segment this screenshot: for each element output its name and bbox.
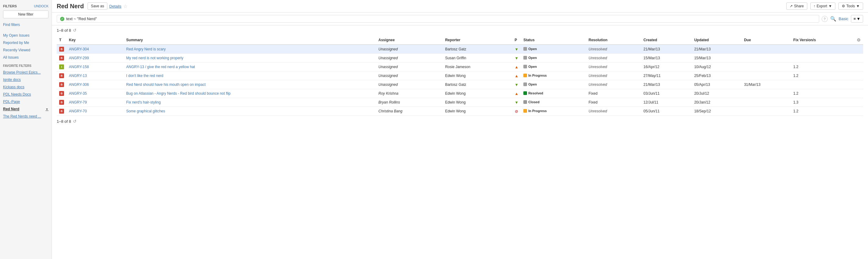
col-header-assignee[interactable]: Assignee — [376, 36, 443, 45]
summary-cell[interactable]: I don't like the red nerd — [124, 71, 376, 80]
col-header-updated[interactable]: Updated — [692, 36, 741, 45]
undock-link[interactable]: Undock — [34, 4, 49, 8]
col-header-resolution[interactable]: Resolution — [586, 36, 641, 45]
menu-icon: ≡ — [854, 17, 856, 21]
issue-key-link[interactable]: ANGRY-306 — [69, 83, 89, 87]
table-row[interactable]: B ANGRY-299 My red nerd is not working p… — [57, 54, 863, 63]
menu-caret-icon: ▼ — [857, 17, 860, 21]
col-header-reporter[interactable]: Reporter — [442, 36, 512, 45]
summary-cell[interactable]: Some graphical glitches — [124, 107, 376, 116]
issue-key-link[interactable]: ANGRY-70 — [69, 109, 87, 113]
status-cell: Open — [521, 63, 586, 71]
key-cell[interactable]: ANGRY-70 — [66, 107, 124, 116]
reporter-cell: Edwin Wong — [442, 71, 512, 80]
search-filter-text: text ~ "Red Nerd" — [66, 17, 97, 21]
issue-key-link[interactable]: ANGRY-158 — [69, 65, 89, 69]
key-cell[interactable]: ANGRY-158 — [66, 63, 124, 71]
sidebar-item-my-open-issues[interactable]: My Open Issues — [0, 32, 52, 39]
col-header-summary[interactable]: Summary — [124, 36, 376, 45]
assignee-cell: Unassigned — [376, 54, 443, 63]
col-header-status[interactable]: Status — [521, 36, 586, 45]
new-filter-button[interactable]: New filter — [3, 10, 49, 18]
basic-mode-button[interactable]: Basic — [839, 17, 848, 21]
issue-key-link[interactable]: ANGRY-13 — [69, 74, 87, 78]
sidebar-fav-pdl-needs-docs[interactable]: PDL Needs Docs — [0, 91, 52, 98]
search-filter-tag[interactable]: ✓ text ~ "Red Nerd" — [57, 15, 819, 23]
save-as-button[interactable]: Save as — [88, 2, 107, 10]
resolution-cell-wrap: Unresolved — [586, 80, 641, 89]
results-count-bottom: 1–8 of 8 ↺ — [57, 119, 863, 124]
col-header-settings[interactable]: ⚙ — [854, 36, 863, 45]
star-icon[interactable]: ☆ — [123, 3, 127, 9]
issue-summary-link[interactable]: I don't like the red nerd — [126, 74, 163, 78]
col-header-priority[interactable]: P — [512, 36, 521, 45]
key-cell[interactable]: ANGRY-299 — [66, 54, 124, 63]
sidebar-item-reported-by-me[interactable]: Reported by Me — [0, 39, 52, 47]
search-menu-button[interactable]: ≡ ▼ — [851, 15, 863, 23]
col-header-key[interactable]: Key — [66, 36, 124, 45]
issue-key-link[interactable]: ANGRY-79 — [69, 100, 87, 105]
details-link[interactable]: Details — [109, 4, 121, 8]
sidebar-fav-kickass-docs[interactable]: Kickass docs — [0, 83, 52, 91]
col-header-due[interactable]: Due — [741, 36, 791, 45]
key-cell[interactable]: ANGRY-306 — [66, 80, 124, 89]
status-label: In Progress — [528, 74, 547, 77]
created-cell: 16/Apr/12 — [641, 63, 692, 71]
summary-cell[interactable]: Red Nerd should have his mouth open on i… — [124, 80, 376, 89]
tools-gear-icon: ⚙ — [842, 4, 845, 8]
resolution-cell-wrap: Unresolved — [586, 63, 641, 71]
sidebar-fav-red-nerds-need[interactable]: The Red Nerds need ... — [0, 113, 52, 120]
sidebar-fav-pdl-page[interactable]: PDL-Page — [0, 98, 52, 105]
sidebar-fav-red-nerd[interactable]: Red Nerd ▼ — [0, 105, 52, 113]
col-header-fix-version[interactable]: Fix Version/s — [791, 36, 854, 45]
issue-summary-link[interactable]: ANGRY-13 / give the red nerd a yellow ha… — [126, 65, 195, 69]
key-cell[interactable]: ANGRY-35 — [66, 89, 124, 98]
key-cell[interactable]: ANGRY-304 — [66, 45, 124, 54]
key-cell[interactable]: ANGRY-79 — [66, 98, 124, 107]
table-row[interactable]: B ANGRY-79 Fix nerd's hair-styling Bryan… — [57, 98, 863, 107]
summary-cell[interactable]: ANGRY-13 / give the red nerd a yellow ha… — [124, 63, 376, 71]
summary-cell[interactable]: My red nerd is not working properly — [124, 54, 376, 63]
sidebar-item-recently-viewed[interactable]: Recently Viewed — [0, 47, 52, 54]
table-row[interactable]: I ANGRY-158 ANGRY-13 / give the red nerd… — [57, 63, 863, 71]
find-filters-link[interactable]: Find filters — [0, 21, 52, 29]
issue-summary-link[interactable]: Bug on Atlassian - Angry Nerds - Red bir… — [126, 91, 230, 95]
issue-summary-link[interactable]: Red Nerd should have his mouth open on i… — [126, 83, 206, 87]
key-cell[interactable]: ANGRY-13 — [66, 71, 124, 80]
issue-key-link[interactable]: ANGRY-35 — [69, 91, 87, 95]
sidebar-fav-browse-project-epics[interactable]: Browse Project Epics... — [0, 69, 52, 76]
table-row[interactable]: B ANGRY-306 Red Nerd should have his mou… — [57, 80, 863, 89]
summary-cell[interactable]: Red Angry Nerd is scary — [124, 45, 376, 54]
refresh-icon-bottom[interactable]: ↺ — [73, 119, 76, 124]
fix-version-cell — [791, 45, 854, 54]
row-actions-cell — [854, 107, 863, 116]
issue-key-link[interactable]: ANGRY-299 — [69, 56, 89, 60]
sidebar-item-all-issues[interactable]: All Issues — [0, 54, 52, 61]
settings-gear-icon[interactable]: ⚙ — [857, 37, 861, 42]
summary-cell[interactable]: Fix nerd's hair-styling — [124, 98, 376, 107]
share-button[interactable]: ↗ Share — [786, 2, 807, 10]
refresh-icon-top[interactable]: ↺ — [73, 28, 76, 33]
issue-summary-link[interactable]: Some graphical glitches — [126, 109, 165, 113]
favorite-filters-label: FAVORITE FILTERS — [0, 61, 52, 69]
sidebar-fav-ignite-docs[interactable]: Ignite docs — [0, 76, 52, 83]
tools-button[interactable]: ⚙ Tools ▼ — [838, 2, 863, 10]
search-icon[interactable]: 🔍 — [830, 16, 836, 22]
issue-summary-link[interactable]: My red nerd is not working properly — [126, 56, 183, 60]
col-header-created[interactable]: Created — [641, 36, 692, 45]
export-button[interactable]: ↑ Export ▼ — [810, 2, 836, 10]
export-icon: ↑ — [814, 4, 815, 8]
top-bar-actions: ↗ Share ↑ Export ▼ ⚙ Tools ▼ — [786, 2, 863, 10]
table-row[interactable]: B ANGRY-70 Some graphical glitches Chris… — [57, 107, 863, 116]
issue-summary-link[interactable]: Red Angry Nerd is scary — [126, 47, 165, 51]
type-icon: B — [59, 109, 64, 114]
search-help-icon[interactable]: ? — [822, 16, 828, 22]
table-row[interactable]: B ANGRY-304 Red Angry Nerd is scary Unas… — [57, 45, 863, 54]
issue-summary-link[interactable]: Fix nerd's hair-styling — [126, 100, 161, 105]
issue-key-link[interactable]: ANGRY-304 — [69, 47, 89, 51]
type-icon: B — [59, 91, 64, 96]
table-row[interactable]: B ANGRY-35 Bug on Atlassian - Angry Nerd… — [57, 89, 863, 98]
table-row[interactable]: B ANGRY-13 I don't like the red nerd Una… — [57, 71, 863, 80]
summary-cell[interactable]: Bug on Atlassian - Angry Nerds - Red bir… — [124, 89, 376, 98]
updated-cell: 25/Feb/13 — [692, 71, 741, 80]
